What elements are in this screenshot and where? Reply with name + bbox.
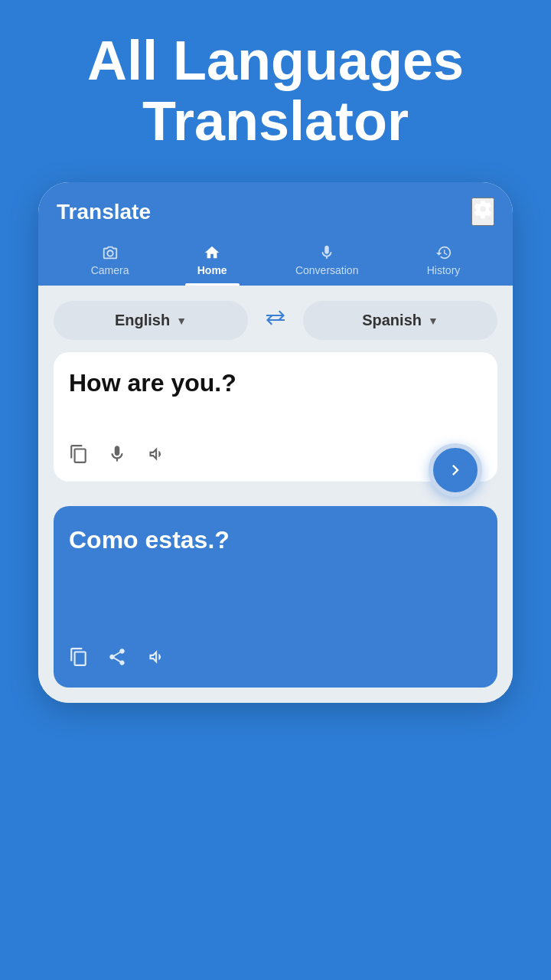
- output-text: Como estas.?: [69, 524, 482, 601]
- share-icon: [107, 647, 127, 667]
- tab-camera-label: Camera: [91, 264, 129, 276]
- output-section: Como estas.?: [54, 506, 497, 688]
- tab-conversation[interactable]: Conversation: [283, 238, 371, 286]
- tab-home[interactable]: Home: [185, 238, 240, 286]
- nav-tabs: Camera Home Conversation History: [57, 238, 494, 286]
- input-mic-button[interactable]: [107, 444, 127, 469]
- input-speaker-button[interactable]: [145, 444, 165, 469]
- mic-input-icon: [107, 444, 127, 464]
- source-language-label: English: [115, 312, 170, 329]
- app-header-title: Translate: [57, 200, 151, 224]
- clipboard-output-icon: [69, 647, 89, 667]
- output-share-button[interactable]: [107, 647, 127, 672]
- tab-conversation-label: Conversation: [295, 264, 359, 276]
- gear-icon: [473, 199, 493, 219]
- target-language-label: Spanish: [362, 312, 422, 329]
- tab-home-label: Home: [197, 264, 227, 276]
- speaker-output-icon: [145, 647, 165, 667]
- target-dropdown-arrow: ▼: [428, 315, 439, 327]
- target-language-button[interactable]: Spanish ▼: [303, 301, 497, 340]
- output-speaker-button[interactable]: [145, 647, 165, 672]
- clipboard-icon: [69, 444, 89, 464]
- swap-icon: [263, 309, 288, 327]
- input-section: How are you.?: [54, 352, 497, 482]
- tab-camera[interactable]: Camera: [79, 238, 142, 286]
- home-icon: [204, 244, 220, 261]
- app-title: All Languages Translator: [57, 31, 494, 152]
- camera-icon: [102, 244, 119, 261]
- mic-icon: [318, 244, 335, 261]
- translate-button[interactable]: [429, 443, 482, 497]
- output-clipboard-button[interactable]: [69, 647, 89, 672]
- settings-button[interactable]: [471, 198, 494, 226]
- tab-history-label: History: [427, 264, 461, 276]
- swap-languages-button[interactable]: [257, 302, 294, 338]
- input-clipboard-button[interactable]: [69, 444, 89, 469]
- language-selector: English ▼ Spanish ▼: [54, 301, 497, 340]
- speaker-input-icon: [145, 444, 165, 464]
- output-actions: [69, 647, 482, 672]
- source-language-button[interactable]: English ▼: [54, 301, 248, 340]
- app-content: English ▼ Spanish ▼ How are you.?: [38, 286, 513, 703]
- app-header: Translate Camera Home: [38, 182, 513, 286]
- tab-history[interactable]: History: [415, 238, 473, 286]
- phone-frame: Translate Camera Home: [38, 182, 513, 703]
- input-actions: [69, 444, 482, 469]
- arrow-right-icon: [445, 459, 466, 481]
- input-text[interactable]: How are you.?: [69, 368, 482, 429]
- history-icon: [435, 244, 452, 261]
- source-dropdown-arrow: ▼: [176, 315, 187, 327]
